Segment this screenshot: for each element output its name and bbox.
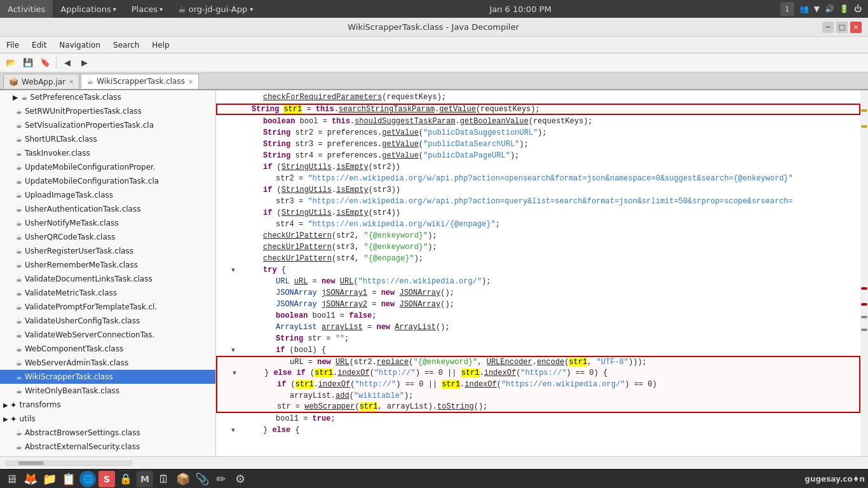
statusbar [0, 456, 868, 469]
tab-wikiscrapper-label: WikiScrapperTask.class [97, 77, 185, 86]
code-line: ▼ } else { [216, 424, 860, 436]
folder-item-transforms[interactable]: ▶✦transforms [0, 398, 215, 412]
volume-icon: 🔊 [825, 4, 834, 13]
applications-menu[interactable]: Applications ▾ [53, 0, 123, 18]
open-button[interactable]: 📂 [3, 56, 18, 70]
tab-webappjar[interactable]: 📦 WebApp.jar × [3, 74, 79, 89]
folder-item-utils[interactable]: ▶✦utils [0, 412, 215, 426]
save-button[interactable]: 💾 [20, 56, 36, 70]
places-menu[interactable]: Places ▾ [124, 0, 170, 18]
line-fold[interactable]: ▼ [230, 370, 239, 377]
places-arrow: ▾ [159, 6, 163, 13]
list-item[interactable]: ☕ShortURLTask.class [0, 132, 215, 146]
list-item[interactable]: ☕AbstractBrowserSettings.class [0, 426, 215, 440]
list-item[interactable]: ▶☕SetPreferenceTask.class [0, 90, 215, 104]
code-line: bool1 = true; [216, 413, 860, 424]
taskbar-link-icon[interactable]: 📎 [194, 471, 210, 487]
taskbar-firefox-icon[interactable]: 🦊 [22, 471, 39, 487]
menu-navigation[interactable]: Navigation [53, 37, 107, 53]
taskbar-edit-icon[interactable]: ✏ [213, 471, 229, 487]
app-arrow: ▾ [250, 6, 253, 13]
close-button[interactable]: × [850, 22, 862, 33]
code-line-boxed: if (str1.indexOf("http://") == 0 || str1… [216, 379, 860, 390]
taskbar-m-icon[interactable]: M [137, 471, 153, 487]
toolbar: 📂 💾 🔖 ◀ ▶ [0, 53, 868, 72]
app-label: org-jd-gui-App [189, 4, 247, 14]
line-fold[interactable]: ▼ [229, 347, 238, 354]
list-item[interactable]: ☕UpdateMobileConfigurationProper. [0, 160, 215, 174]
list-item[interactable]: ☕WebComponentTask.class [0, 342, 215, 356]
list-item[interactable]: ☕SetRWUnitPropertiesTask.class [0, 104, 215, 118]
tab-jar-icon: 📦 [9, 78, 18, 86]
taskbar: 🖥 🦊 📁 📋 🌐 S 🔒 M 🗓 📦 📎 ✏ ⚙ gugesay.co♦n [0, 469, 868, 488]
list-item[interactable]: ☕ValidateUsherConfigTask.class [0, 314, 215, 328]
tab-class-icon: ☕ [86, 77, 93, 86]
code-editor[interactable]: checkForRequiredParameters(requestKeys);… [216, 90, 860, 456]
code-line-boxed: arrayList.add("wikitable"); [216, 390, 860, 402]
list-item[interactable]: ☕ValidateWebServerConnectionTas. [0, 328, 215, 342]
titlebar: WikiScrapperTask.class - Java Decompiler… [0, 18, 868, 37]
list-item[interactable]: ☕ValidatePromptForTemplateTask.cl. [0, 300, 215, 314]
code-content: checkForRequiredParameters(requestKeys);… [216, 90, 860, 437]
main-area: ▶☕SetPreferenceTask.class ☕SetRWUnitProp… [0, 90, 868, 456]
list-item-selected[interactable]: ☕WikiScrapperTask.class [0, 370, 215, 384]
list-item[interactable]: ☕ValidateDocumentLinksTask.class [0, 272, 215, 286]
minimize-button[interactable]: − [822, 22, 834, 33]
tab-wikiscrapper-close[interactable]: × [188, 78, 193, 85]
code-line-highlighted: String str1 = this.searchStringTaskParam… [216, 104, 860, 115]
line-fold[interactable]: ▼ [229, 267, 238, 274]
topbar-right: 1 👥 ▼ 🔊 🔋 ⏻ [780, 2, 868, 16]
code-line-boxed: uRL = new URL(str2.replace("{@enkeyword}… [216, 356, 860, 367]
code-line: JSONArray jSONArray2 = new JSONArray(); [216, 299, 860, 310]
list-item[interactable]: ☕UsherNotifyMeTask.class [0, 216, 215, 230]
taskbar-text-icon[interactable]: 📋 [60, 471, 77, 487]
list-item[interactable]: ☕WebServerAdminTask.class [0, 356, 215, 370]
list-item[interactable]: ☕ValidateMetricTask.class [0, 286, 215, 300]
activities-button[interactable]: Activities [0, 0, 53, 18]
list-item[interactable]: ☕AbstractExternalSecurity.class [0, 440, 215, 454]
back-button[interactable]: ◀ [60, 56, 75, 70]
taskbar-folder-icon[interactable]: 📁 [41, 471, 58, 487]
menu-file[interactable]: File [0, 37, 25, 53]
code-line: if (StringUtils.isEmpty(str4)) [216, 207, 860, 219]
workspace-indicator[interactable]: 1 [780, 2, 794, 16]
line-fold[interactable]: ▼ [229, 427, 238, 434]
list-item[interactable]: ☕SetVisualizationPropertiesTask.cla [0, 118, 215, 132]
taskbar-s-icon[interactable]: S [98, 471, 115, 487]
list-item[interactable]: ☕UpdateMobileConfigurationTask.cla [0, 174, 215, 188]
bookmark-button[interactable]: 🔖 [37, 56, 53, 70]
list-item[interactable]: ☕UploadImageTask.class [0, 188, 215, 202]
tab-wikiscrapper[interactable]: ☕ WikiScrapperTask.class × [81, 74, 199, 89]
tab-webappjar-close[interactable]: × [69, 78, 74, 85]
topbar: Activities Applications ▾ Places ▾ ☕ org… [0, 0, 868, 18]
tab-webappjar-label: WebApp.jar [22, 78, 65, 86]
list-item[interactable]: ☕UsherRegisterUserTask.class [0, 244, 215, 258]
app-menu[interactable]: ☕ org-jd-gui-App ▾ [170, 0, 261, 18]
taskbar-package-icon[interactable]: 📦 [175, 471, 191, 487]
code-line: checkUrlPattern(str2, "{@enkeyword}"); [216, 230, 860, 241]
code-line: str4 = "https://en.wikipedia.org/wiki/{@… [216, 219, 860, 230]
taskbar-browser-icon[interactable]: 🌐 [79, 471, 96, 487]
taskbar-calendar-icon[interactable]: 🗓 [156, 471, 172, 487]
list-item[interactable]: ☕TaskInvoker.class [0, 146, 215, 160]
file-sidebar: ▶☕SetPreferenceTask.class ☕SetRWUnitProp… [0, 90, 216, 456]
hscrollbar[interactable] [5, 461, 132, 466]
list-item[interactable]: ☕UsherAuthenticationTask.class [0, 202, 215, 216]
list-item[interactable]: ☕WriteOnlyBeanTask.class [0, 384, 215, 398]
menu-search[interactable]: Search [107, 37, 146, 53]
list-item[interactable]: ☕UsherQRCodeTask.class [0, 230, 215, 244]
taskbar-settings-icon[interactable]: ⚙ [232, 471, 248, 487]
taskbar-lock-icon[interactable]: 🔒 [118, 471, 134, 487]
list-item[interactable]: ☕UsherRememberMeTask.class [0, 258, 215, 272]
menu-edit[interactable]: Edit [25, 37, 53, 53]
editor-scroll-markers[interactable] [860, 90, 868, 456]
forward-button[interactable]: ▶ [77, 56, 92, 70]
code-line: boolean bool1 = false; [216, 310, 860, 322]
power-icon: ⏻ [854, 4, 862, 13]
list-item[interactable]: ☕AbstractWebLoginProvider.class [0, 454, 215, 456]
menu-help[interactable]: Help [146, 37, 175, 53]
maximize-button[interactable]: □ [836, 22, 848, 33]
code-line: String str3 = preferences.getValue("publ… [216, 139, 860, 150]
places-label: Places [132, 4, 158, 14]
taskbar-files-icon[interactable]: 🖥 [3, 471, 20, 487]
